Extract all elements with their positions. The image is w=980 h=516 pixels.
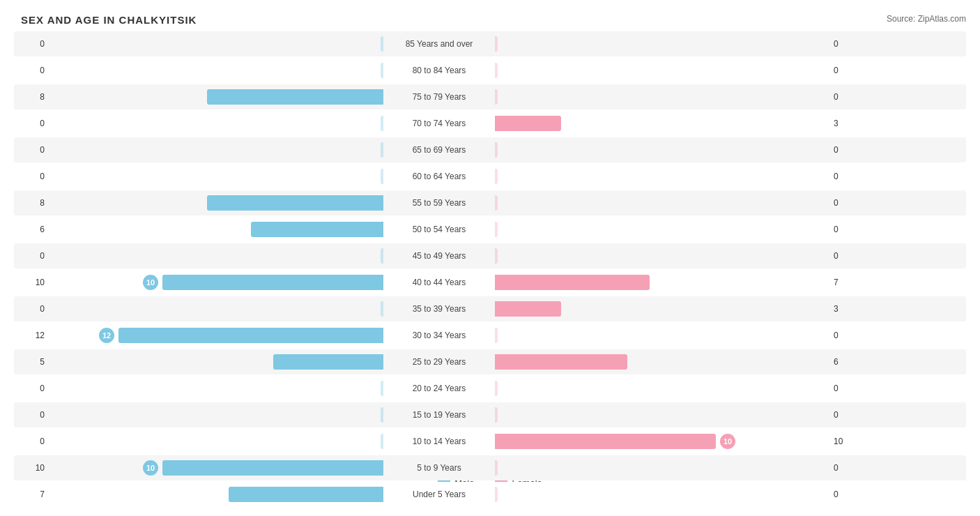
female-bar <box>495 381 498 396</box>
age-label: 70 to 74 Years <box>383 119 495 128</box>
table-row: 5 25 to 29 Years 6 <box>14 349 966 374</box>
female-bar-container <box>495 116 829 131</box>
female-bar-container <box>495 142 829 158</box>
female-bar <box>495 407 498 423</box>
male-bar <box>381 36 383 52</box>
female-bar <box>495 116 561 131</box>
table-row: 0 80 to 84 Years 0 <box>14 58 966 83</box>
female-value: 3 <box>829 119 864 128</box>
female-bar-label: 10 <box>720 434 735 449</box>
female-bar-container <box>495 301 829 317</box>
female-value: 7 <box>829 278 864 287</box>
male-bar <box>251 222 383 237</box>
table-row: 0 85 Years and over 0 <box>14 31 966 56</box>
male-bar-container <box>49 301 383 317</box>
male-bar-container <box>49 222 383 237</box>
male-bar: 10 <box>162 460 383 476</box>
female-bar: 10 <box>495 434 716 449</box>
male-bar-label: 12 <box>99 328 114 343</box>
female-bar-container <box>495 354 829 370</box>
male-value: 0 <box>14 251 49 261</box>
male-value: 0 <box>14 145 49 155</box>
male-bar-container <box>49 116 383 131</box>
female-bar-container <box>495 222 829 237</box>
male-value: 0 <box>14 66 49 75</box>
male-bar <box>381 116 383 131</box>
male-value: 0 <box>14 39 49 49</box>
male-value: 0 <box>14 172 49 181</box>
male-bar <box>381 169 383 184</box>
female-bar <box>495 301 561 317</box>
female-bar <box>495 460 498 476</box>
age-label: 5 to 9 Years <box>383 463 495 473</box>
age-label: 45 to 49 Years <box>383 251 495 261</box>
table-row: 0 15 to 19 Years 0 <box>14 402 966 427</box>
male-bar-container <box>49 434 383 449</box>
male-bar <box>381 381 383 396</box>
male-value: 0 <box>14 119 49 128</box>
age-label: 25 to 29 Years <box>383 357 495 367</box>
female-bar-container <box>495 275 829 290</box>
age-label: 65 to 69 Years <box>383 145 495 155</box>
female-bar <box>495 142 498 158</box>
female-value: 0 <box>829 225 864 234</box>
table-row: 10 10 40 to 44 Years 7 <box>14 270 966 295</box>
female-bar-container <box>495 381 829 396</box>
female-value: 0 <box>829 410 864 420</box>
female-bar <box>495 487 498 502</box>
chart-area: 0 85 Years and over 0 0 80 to 84 Years <box>14 31 966 457</box>
male-value: 10 <box>14 463 49 473</box>
male-bar-container: 12 <box>49 328 383 343</box>
female-bar <box>495 89 498 105</box>
male-value: 8 <box>14 198 49 208</box>
male-bar: 12 <box>118 328 383 343</box>
male-value: 0 <box>14 437 49 446</box>
male-value: 0 <box>14 410 49 420</box>
female-bar <box>495 36 498 52</box>
age-label: 15 to 19 Years <box>383 410 495 420</box>
age-label: 50 to 54 Years <box>383 225 495 234</box>
male-bar <box>207 195 383 211</box>
male-value: 7 <box>14 490 49 499</box>
female-bar-container <box>495 169 829 184</box>
female-value: 0 <box>829 39 864 49</box>
male-bar-container <box>49 487 383 502</box>
female-value: 0 <box>829 66 864 75</box>
female-bar <box>495 195 498 211</box>
age-label: 75 to 79 Years <box>383 92 495 102</box>
male-value: 8 <box>14 92 49 102</box>
female-value: 0 <box>829 384 864 393</box>
table-row: 7 Under 5 Years 0 <box>14 482 966 507</box>
female-value: 0 <box>829 145 864 155</box>
female-value: 6 <box>829 357 864 367</box>
male-bar-container <box>49 142 383 158</box>
male-bar <box>229 487 383 502</box>
male-bar <box>381 248 383 264</box>
male-bar-container <box>49 89 383 105</box>
female-bar <box>495 63 498 78</box>
female-bar-container <box>495 89 829 105</box>
age-label: 60 to 64 Years <box>383 172 495 181</box>
male-bar: 10 <box>162 275 383 290</box>
table-row: 10 10 5 to 9 Years 0 <box>14 455 966 480</box>
male-bar-container <box>49 195 383 211</box>
male-bar-container <box>49 63 383 78</box>
female-bar-container: 10 <box>495 434 829 449</box>
table-row: 0 35 to 39 Years 3 <box>14 296 966 321</box>
table-row: 0 20 to 24 Years 0 <box>14 376 966 401</box>
female-bar <box>495 248 498 264</box>
male-bar-container <box>49 381 383 396</box>
female-bar <box>495 169 498 184</box>
table-row: 0 70 to 74 Years 3 <box>14 111 966 136</box>
female-bar-container <box>495 487 829 502</box>
male-value: 0 <box>14 304 49 314</box>
female-value: 10 <box>829 437 864 446</box>
female-bar <box>495 275 650 290</box>
male-value: 5 <box>14 357 49 367</box>
table-row: 0 45 to 49 Years 0 <box>14 243 966 268</box>
female-bar <box>495 222 498 237</box>
male-bar-label: 10 <box>143 275 158 290</box>
female-value: 0 <box>829 92 864 102</box>
female-value: 3 <box>829 304 864 314</box>
male-value: 12 <box>14 331 49 340</box>
